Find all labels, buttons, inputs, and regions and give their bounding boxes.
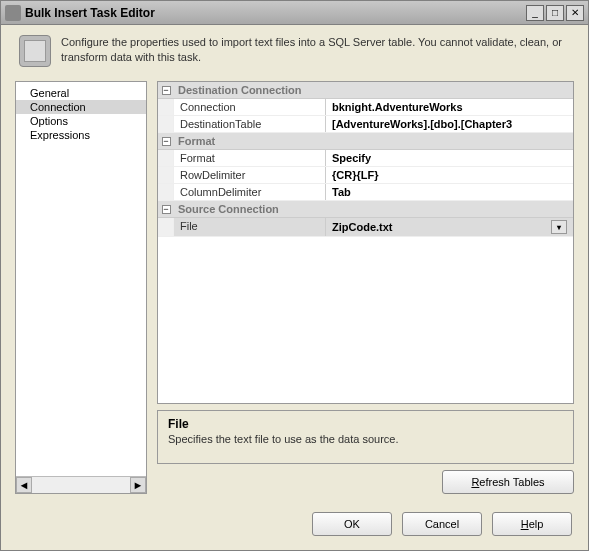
close-button[interactable]: ✕ <box>566 5 584 21</box>
footer-buttons: OK Cancel Help <box>1 502 588 550</box>
minimize-icon: _ <box>532 7 538 18</box>
scroll-right-button[interactable]: ► <box>130 477 146 493</box>
dropdown-button[interactable]: ▾ <box>551 220 567 234</box>
cancel-button[interactable]: Cancel <box>402 512 482 536</box>
sidebar: General Connection Options Expressions ◄… <box>15 81 147 494</box>
value-text: Tab <box>332 186 351 198</box>
category-label: Source Connection <box>174 201 573 217</box>
prop-label: Format <box>174 150 326 166</box>
value-text: [AdventureWorks].[dbo].[Chapter3 <box>332 118 512 130</box>
category-toggle[interactable]: − <box>158 82 174 98</box>
category-destination: − Destination Connection <box>158 82 573 99</box>
maximize-button[interactable]: □ <box>546 5 564 21</box>
task-icon <box>19 35 51 67</box>
prop-column-delimiter[interactable]: ColumnDelimiter Tab <box>158 184 573 201</box>
refresh-tables-button[interactable]: Refresh Tables <box>442 470 574 494</box>
sidebar-item-label: General <box>30 87 69 99</box>
category-toggle[interactable]: − <box>158 201 174 217</box>
indent <box>158 150 174 166</box>
minus-icon: − <box>162 86 171 95</box>
dialog-window: Bulk Insert Task Editor _ □ ✕ Configure … <box>0 0 589 551</box>
prop-value[interactable]: {CR}{LF} <box>326 167 573 183</box>
sidebar-item-general[interactable]: General <box>16 86 146 100</box>
prop-label: ColumnDelimiter <box>174 184 326 200</box>
maximize-icon: □ <box>552 7 558 18</box>
indent <box>158 116 174 132</box>
indent <box>158 167 174 183</box>
prop-label: Connection <box>174 99 326 115</box>
prop-value[interactable]: ZipCode.txt ▾ <box>326 218 573 236</box>
prop-label: RowDelimiter <box>174 167 326 183</box>
category-label: Destination Connection <box>174 82 573 98</box>
app-icon <box>5 5 21 21</box>
prop-value[interactable]: Specify <box>326 150 573 166</box>
grid-filler <box>158 237 573 403</box>
chevron-down-icon: ▾ <box>557 223 561 232</box>
indent <box>158 99 174 115</box>
minimize-button[interactable]: _ <box>526 5 544 21</box>
value-text: bknight.AdventureWorks <box>332 101 463 113</box>
chevron-right-icon: ► <box>133 479 144 491</box>
sidebar-scrollbar: ◄ ► <box>16 476 146 493</box>
window-title: Bulk Insert Task Editor <box>25 6 524 20</box>
prop-file[interactable]: File ZipCode.txt ▾ <box>158 218 573 237</box>
prop-value[interactable]: [AdventureWorks].[dbo].[Chapter3 <box>326 116 573 132</box>
value-text: {CR}{LF} <box>332 169 378 181</box>
category-source: − Source Connection <box>158 201 573 218</box>
sidebar-item-label: Connection <box>30 101 86 113</box>
property-grid: − Destination Connection Connection bkni… <box>157 81 574 404</box>
help-button[interactable]: Help <box>492 512 572 536</box>
description-text: Configure the properties used to import … <box>61 35 570 65</box>
help-title: File <box>168 417 563 431</box>
scroll-left-button[interactable]: ◄ <box>16 477 32 493</box>
indent <box>158 218 174 236</box>
value-text: Specify <box>332 152 371 164</box>
value-text: ZipCode.txt <box>332 221 393 233</box>
sidebar-item-connection[interactable]: Connection <box>16 100 146 114</box>
refresh-row: Refresh Tables <box>157 470 574 494</box>
sidebar-item-label: Expressions <box>30 129 90 141</box>
prop-value[interactable]: bknight.AdventureWorks <box>326 99 573 115</box>
titlebar: Bulk Insert Task Editor _ □ ✕ <box>1 1 588 25</box>
sidebar-item-expressions[interactable]: Expressions <box>16 128 146 142</box>
category-label: Format <box>174 133 573 149</box>
scroll-track[interactable] <box>32 477 130 493</box>
help-description: Specifies the text file to use as the da… <box>168 433 563 445</box>
prop-destination-table[interactable]: DestinationTable [AdventureWorks].[dbo].… <box>158 116 573 133</box>
minus-icon: − <box>162 137 171 146</box>
indent <box>158 184 174 200</box>
minus-icon: − <box>162 205 171 214</box>
ok-button[interactable]: OK <box>312 512 392 536</box>
prop-label: File <box>174 218 326 236</box>
prop-label: DestinationTable <box>174 116 326 132</box>
sidebar-item-label: Options <box>30 115 68 127</box>
sidebar-item-options[interactable]: Options <box>16 114 146 128</box>
prop-connection[interactable]: Connection bknight.AdventureWorks <box>158 99 573 116</box>
main-area: General Connection Options Expressions ◄… <box>1 81 588 502</box>
category-format: − Format <box>158 133 573 150</box>
chevron-left-icon: ◄ <box>19 479 30 491</box>
right-pane: − Destination Connection Connection bkni… <box>157 81 574 494</box>
help-panel: File Specifies the text file to use as t… <box>157 410 574 464</box>
header-area: Configure the properties used to import … <box>1 25 588 81</box>
close-icon: ✕ <box>571 7 579 18</box>
prop-row-delimiter[interactable]: RowDelimiter {CR}{LF} <box>158 167 573 184</box>
category-toggle[interactable]: − <box>158 133 174 149</box>
prop-format[interactable]: Format Specify <box>158 150 573 167</box>
prop-value[interactable]: Tab <box>326 184 573 200</box>
sidebar-list: General Connection Options Expressions <box>16 82 146 476</box>
